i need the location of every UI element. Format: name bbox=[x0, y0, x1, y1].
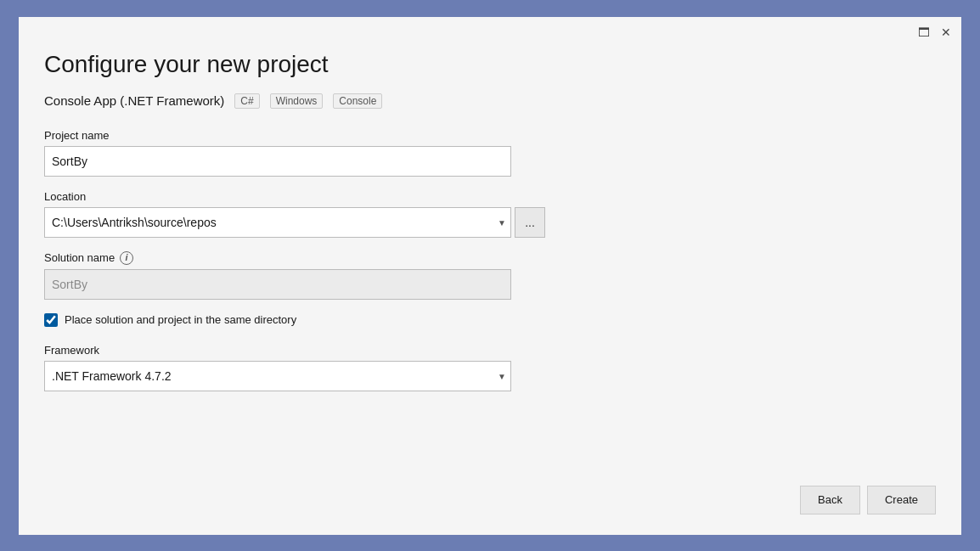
framework-select[interactable]: .NET Framework 4.7.2 .NET Framework 4.8 … bbox=[44, 361, 511, 391]
framework-group: Framework .NET Framework 4.7.2 .NET Fram… bbox=[44, 344, 936, 391]
framework-select-wrapper: .NET Framework 4.7.2 .NET Framework 4.8 … bbox=[44, 361, 511, 391]
configure-project-dialog: 🗖 ✕ Configure your new project Console A… bbox=[19, 17, 961, 535]
browse-button[interactable]: ... bbox=[515, 207, 545, 238]
solution-name-input[interactable] bbox=[44, 269, 511, 300]
badge-windows: Windows bbox=[270, 93, 324, 109]
location-label: Location bbox=[44, 190, 936, 203]
location-select-wrapper: C:\Users\Antriksh\source\repos ▼ bbox=[44, 207, 511, 238]
solution-name-group: Solution name i bbox=[44, 251, 936, 300]
project-name-group: Project name bbox=[44, 129, 936, 177]
title-bar: 🗖 ✕ bbox=[915, 24, 955, 41]
badge-csharp: C# bbox=[234, 93, 259, 109]
project-name-label: Project name bbox=[44, 129, 936, 142]
create-button[interactable]: Create bbox=[867, 486, 936, 514]
footer: Back Create bbox=[800, 486, 936, 514]
page-title: Configure your new project bbox=[44, 51, 936, 78]
project-name-input[interactable] bbox=[44, 146, 511, 177]
same-dir-checkbox-row: Place solution and project in the same d… bbox=[44, 313, 936, 327]
close-button[interactable]: ✕ bbox=[938, 24, 955, 41]
location-group: Location C:\Users\Antriksh\source\repos … bbox=[44, 190, 936, 238]
solution-name-label: Solution name i bbox=[44, 251, 936, 265]
framework-label: Framework bbox=[44, 344, 936, 357]
location-select[interactable]: C:\Users\Antriksh\source\repos bbox=[44, 207, 511, 238]
location-row: C:\Users\Antriksh\source\repos ▼ ... bbox=[44, 207, 936, 238]
project-type-name: Console App (.NET Framework) bbox=[44, 93, 224, 108]
project-type-row: Console App (.NET Framework) C# Windows … bbox=[44, 93, 936, 109]
same-dir-checkbox[interactable] bbox=[44, 313, 58, 327]
badge-console: Console bbox=[333, 93, 382, 109]
same-dir-checkbox-label[interactable]: Place solution and project in the same d… bbox=[65, 313, 296, 326]
back-button[interactable]: Back bbox=[800, 486, 860, 514]
maximize-button[interactable]: 🗖 bbox=[915, 24, 932, 41]
solution-name-info-icon: i bbox=[120, 251, 133, 265]
